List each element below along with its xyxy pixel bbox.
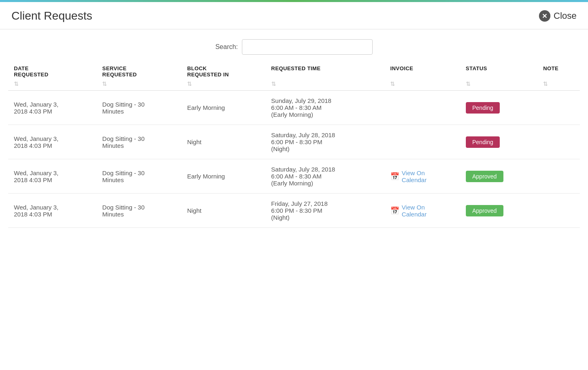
sort-service-icon[interactable]: ⇅ [102,80,107,87]
table-row: Wed, January 3, 2018 4:03 PMDog Sitting … [8,91,580,125]
table-row: Wed, January 3, 2018 4:03 PMDog Sitting … [8,159,580,194]
sort-invoice-icon[interactable]: ⇅ [390,80,395,87]
sort-status-icon[interactable]: ⇅ [466,80,471,87]
cell-invoice [385,91,460,125]
table-row: Wed, January 3, 2018 4:03 PMDog Sitting … [8,125,580,159]
cell-note [537,194,580,228]
sort-time-icon[interactable]: ⇅ [271,80,276,87]
cell-service: Dog Sitting - 30 Minutes [96,91,181,125]
cell-status: Pending [460,91,537,125]
cell-note [537,91,580,125]
col-block-requested: BLOCKREQUESTED IN [181,62,266,79]
cell-block: Early Morning [181,91,266,125]
close-label: Close [554,11,577,21]
cell-service: Dog Sitting - 30 Minutes [96,159,181,194]
sort-block-icon[interactable]: ⇅ [187,80,192,87]
view-on-calendar-label: View On Calendar [402,204,427,218]
view-on-calendar-label: View On Calendar [402,169,427,183]
requests-table: DATEREQUESTED SERVICEREQUESTED BLOCKREQU… [8,62,580,228]
calendar-icon: 📅 [390,172,399,181]
sort-row: ⇅ ⇅ ⇅ ⇅ ⇅ ⇅ ⇅ [8,79,580,91]
col-service-requested: SERVICEREQUESTED [96,62,181,79]
cell-requested-time: Saturday, July 28, 2018 6:00 AM - 8:30 A… [266,159,385,194]
col-status: STATUS [460,62,537,79]
view-on-calendar-link[interactable]: 📅View On Calendar [390,169,454,183]
cell-status: Pending [460,125,537,159]
cell-service: Dog Sitting - 30 Minutes [96,125,181,159]
search-bar: Search: [0,29,588,62]
col-requested-time: REQUESTED TIME [266,62,385,79]
calendar-icon: 📅 [390,206,399,215]
col-date-requested: DATEREQUESTED [8,62,96,79]
search-label: Search: [215,43,238,51]
cell-block: Early Morning [181,159,266,194]
cell-status: Approved [460,194,537,228]
status-badge[interactable]: Pending [466,136,500,148]
table-body: Wed, January 3, 2018 4:03 PMDog Sitting … [8,91,580,228]
close-icon: ✕ [539,10,550,22]
header: Client Requests ✕ Close [0,2,588,29]
cell-date: Wed, January 3, 2018 4:03 PM [8,91,96,125]
cell-invoice[interactable]: 📅View On Calendar [385,194,460,228]
sort-note-icon[interactable]: ⇅ [543,80,548,87]
close-button[interactable]: ✕ Close [539,10,577,22]
cell-date: Wed, January 3, 2018 4:03 PM [8,125,96,159]
cell-invoice[interactable]: 📅View On Calendar [385,159,460,194]
table-row: Wed, January 3, 2018 4:03 PMDog Sitting … [8,194,580,228]
page-title: Client Requests [11,9,92,22]
cell-service: Dog Sitting - 30 Minutes [96,194,181,228]
cell-block: Night [181,125,266,159]
table-container: DATEREQUESTED SERVICEREQUESTED BLOCKREQU… [0,62,588,236]
table-header-row: DATEREQUESTED SERVICEREQUESTED BLOCKREQU… [8,62,580,79]
cell-requested-time: Saturday, July 28, 2018 6:00 PM - 8:30 P… [266,125,385,159]
cell-date: Wed, January 3, 2018 4:03 PM [8,159,96,194]
sort-date-icon[interactable]: ⇅ [14,80,19,87]
cell-block: Night [181,194,266,228]
cell-status: Approved [460,159,537,194]
status-badge[interactable]: Approved [466,171,503,182]
col-note: NOTE [537,62,580,79]
cell-note [537,125,580,159]
view-on-calendar-link[interactable]: 📅View On Calendar [390,204,454,218]
status-badge[interactable]: Approved [466,205,503,216]
cell-date: Wed, January 3, 2018 4:03 PM [8,194,96,228]
status-badge[interactable]: Pending [466,102,500,114]
cell-requested-time: Sunday, July 29, 2018 6:00 AM - 8:30 AM … [266,91,385,125]
search-input[interactable] [242,39,373,55]
col-invoice: INVOICE [385,62,460,79]
cell-note [537,159,580,194]
cell-invoice [385,125,460,159]
cell-requested-time: Friday, July 27, 2018 6:00 PM - 8:30 PM … [266,194,385,228]
